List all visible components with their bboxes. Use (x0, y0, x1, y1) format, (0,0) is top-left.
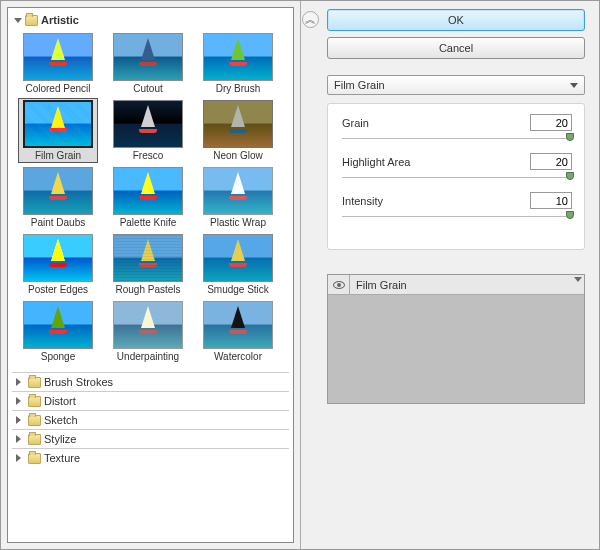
category-label: Sketch (44, 414, 78, 426)
thumbnail-image (113, 167, 183, 215)
filter-thumb-paint-daubs[interactable]: Paint Daubs (18, 165, 98, 230)
thumbnail-image (23, 301, 93, 349)
eye-icon (333, 281, 345, 289)
filter-thumb-cutout[interactable]: Cutout (108, 31, 188, 96)
folder-icon (28, 453, 41, 464)
panel-menu-icon[interactable] (574, 277, 582, 282)
filter-settings-panel: OK Cancel Film Grain GrainHighlight Area… (319, 1, 599, 549)
thumbnail-label: Neon Glow (213, 150, 262, 161)
filter-gallery[interactable]: Artistic Colored PencilCutoutDry BrushFi… (7, 7, 294, 543)
filter-select-value: Film Grain (334, 79, 385, 91)
category-label: Brush Strokes (44, 376, 113, 388)
slider-thumb-icon[interactable] (566, 133, 574, 141)
ok-label: OK (448, 14, 464, 26)
category-row-sketch[interactable]: Sketch (12, 410, 289, 429)
collapse-toggle-button[interactable]: ︽ (302, 11, 319, 28)
thumbnail-label: Watercolor (214, 351, 262, 362)
chevron-up-icon: ︽ (305, 14, 316, 25)
filter-gallery-dialog: Artistic Colored PencilCutoutDry BrushFi… (0, 0, 600, 550)
category-header-artistic[interactable]: Artistic (12, 12, 289, 29)
thumbnail-label: Underpainting (117, 351, 179, 362)
param-label: Grain (342, 117, 369, 129)
thumbnail-image (203, 234, 273, 282)
thumbnail-image (203, 100, 273, 148)
filter-thumbnails: Colored PencilCutoutDry BrushFilm GrainF… (12, 29, 289, 372)
thumbnail-label: Rough Pastels (115, 284, 180, 295)
thumbnail-image (23, 234, 93, 282)
filter-thumb-underpainting[interactable]: Underpainting (108, 299, 188, 364)
thumbnail-image (113, 33, 183, 81)
thumbnail-image (203, 301, 273, 349)
thumbnail-label: Dry Brush (216, 83, 260, 94)
category-label: Distort (44, 395, 76, 407)
cancel-button[interactable]: Cancel (327, 37, 585, 59)
filter-list-panel: Artistic Colored PencilCutoutDry BrushFi… (1, 1, 301, 549)
thumbnail-image (23, 33, 93, 81)
filter-thumb-poster-edges[interactable]: Poster Edges (18, 232, 98, 297)
visibility-toggle[interactable] (328, 275, 350, 294)
thumbnail-label: Film Grain (35, 150, 81, 161)
thumbnail-label: Paint Daubs (31, 217, 85, 228)
thumbnail-label: Colored Pencil (25, 83, 90, 94)
thumbnail-label: Sponge (41, 351, 75, 362)
disclosure-right-icon (16, 378, 25, 386)
folder-icon (28, 377, 41, 388)
thumbnail-label: Plastic Wrap (210, 217, 266, 228)
param-grain: Grain (342, 114, 572, 139)
filter-thumb-dry-brush[interactable]: Dry Brush (198, 31, 278, 96)
filter-layer-row[interactable]: Film Grain (328, 275, 584, 295)
filter-thumb-colored-pencil[interactable]: Colored Pencil (18, 31, 98, 96)
thumbnail-label: Palette Knife (120, 217, 177, 228)
param-input[interactable] (530, 153, 572, 170)
filter-thumb-fresco[interactable]: Fresco (108, 98, 188, 163)
disclosure-down-icon (14, 18, 22, 23)
param-input[interactable] (530, 114, 572, 131)
slider-thumb-icon[interactable] (566, 211, 574, 219)
folder-icon (28, 434, 41, 445)
category-row-brush-strokes[interactable]: Brush Strokes (12, 372, 289, 391)
folder-icon (28, 415, 41, 426)
category-label: Artistic (41, 14, 79, 26)
ok-button[interactable]: OK (327, 9, 585, 31)
category-label: Stylize (44, 433, 76, 445)
param-input[interactable] (530, 192, 572, 209)
category-row-texture[interactable]: Texture (12, 448, 289, 467)
thumbnail-label: Cutout (133, 83, 162, 94)
cancel-label: Cancel (439, 42, 473, 54)
folder-icon (25, 15, 38, 26)
folder-icon (28, 396, 41, 407)
filter-thumb-smudge-stick[interactable]: Smudge Stick (198, 232, 278, 297)
filter-thumb-palette-knife[interactable]: Palette Knife (108, 165, 188, 230)
param-slider[interactable] (342, 212, 572, 217)
filter-thumb-sponge[interactable]: Sponge (18, 299, 98, 364)
category-row-stylize[interactable]: Stylize (12, 429, 289, 448)
slider-thumb-icon[interactable] (566, 172, 574, 180)
disclosure-right-icon (16, 416, 25, 424)
layer-name: Film Grain (350, 279, 407, 291)
disclosure-right-icon (16, 454, 25, 462)
filter-thumb-rough-pastels[interactable]: Rough Pastels (108, 232, 188, 297)
param-slider[interactable] (342, 134, 572, 139)
thumbnail-label: Smudge Stick (207, 284, 269, 295)
param-highlight-area: Highlight Area (342, 153, 572, 178)
filter-thumb-plastic-wrap[interactable]: Plastic Wrap (198, 165, 278, 230)
filter-layers-panel: Film Grain (327, 274, 585, 404)
panel-divider: ︽ (301, 1, 319, 549)
category-label: Texture (44, 452, 80, 464)
thumbnail-image (203, 33, 273, 81)
dropdown-arrow-icon (570, 83, 578, 88)
thumbnail-image (23, 167, 93, 215)
filter-select[interactable]: Film Grain (327, 75, 585, 95)
param-intensity: Intensity (342, 192, 572, 217)
thumbnail-image (23, 100, 93, 148)
filter-thumb-film-grain[interactable]: Film Grain (18, 98, 98, 163)
parameters-box: GrainHighlight AreaIntensity (327, 103, 585, 250)
thumbnail-image (113, 100, 183, 148)
param-label: Highlight Area (342, 156, 411, 168)
category-row-distort[interactable]: Distort (12, 391, 289, 410)
disclosure-right-icon (16, 397, 25, 405)
filter-thumb-watercolor[interactable]: Watercolor (198, 299, 278, 364)
param-slider[interactable] (342, 173, 572, 178)
filter-thumb-neon-glow[interactable]: Neon Glow (198, 98, 278, 163)
thumbnail-label: Fresco (133, 150, 164, 161)
